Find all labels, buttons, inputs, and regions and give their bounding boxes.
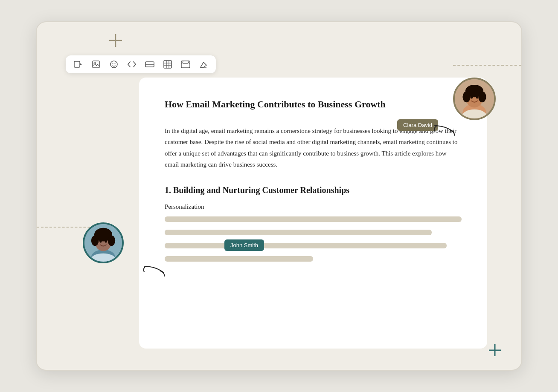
document-title: How Email Marketing Contributes to Busin…: [165, 99, 462, 110]
arrow-clara: [433, 124, 458, 141]
svg-point-26: [462, 92, 470, 103]
dashed-line-top: [453, 65, 521, 66]
code-icon[interactable]: [127, 60, 137, 69]
svg-point-30: [476, 96, 479, 98]
skeleton-content: [165, 216, 462, 262]
svg-point-27: [478, 92, 486, 103]
clara-david-badge: Clara David: [397, 119, 438, 131]
divider-icon[interactable]: [145, 60, 154, 69]
arrow-john: [142, 264, 168, 282]
skeleton-line-1: [165, 216, 462, 222]
eraser-icon[interactable]: [199, 60, 208, 69]
svg-rect-6: [93, 61, 99, 68]
svg-rect-13: [164, 61, 171, 68]
corner-plus-br-icon: [489, 344, 501, 358]
corner-plus-tl-icon: [109, 34, 122, 49]
document-card: How Email Marketing Contributes to Busin…: [139, 78, 487, 349]
skeleton-line-3: [165, 243, 447, 248]
svg-point-37: [108, 235, 116, 246]
svg-point-8: [110, 61, 117, 68]
svg-point-39: [99, 240, 102, 242]
svg-point-40: [105, 240, 107, 242]
layout-icon[interactable]: [181, 60, 190, 69]
video-icon[interactable]: [73, 60, 83, 69]
skeleton-line-2: [165, 230, 432, 235]
svg-point-29: [471, 96, 473, 98]
svg-rect-18: [181, 61, 190, 68]
svg-point-10: [115, 63, 116, 64]
svg-point-36: [91, 235, 99, 246]
john-smith-badge: John Smith: [224, 239, 264, 251]
formatting-toolbar: [66, 55, 216, 73]
outer-card: How Email Marketing Contributes to Busin…: [36, 21, 522, 371]
avatar-john: [83, 222, 124, 263]
section1-subtext: Personalization: [165, 203, 204, 210]
image-icon[interactable]: [91, 60, 101, 69]
avatar-clara: [453, 78, 496, 120]
table-icon[interactable]: [163, 60, 172, 69]
svg-point-9: [113, 63, 113, 64]
skeleton-line-4: [165, 256, 313, 262]
svg-marker-5: [80, 63, 82, 66]
emoji-icon[interactable]: [109, 60, 119, 69]
svg-rect-4: [74, 61, 80, 67]
document-intro: In the digital age, email marketing rema…: [165, 125, 462, 170]
section1-heading: 1. Building and Nurturing Customer Relat…: [165, 185, 462, 195]
